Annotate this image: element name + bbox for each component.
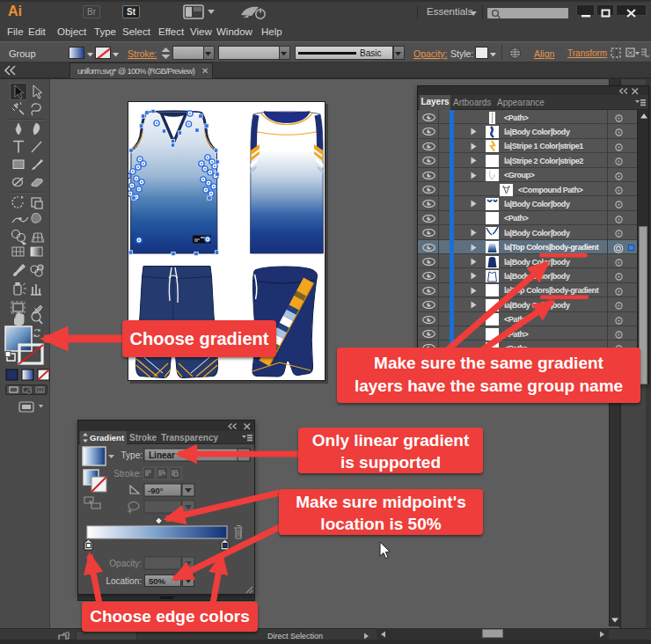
svg-text:Linear: Linear xyxy=(149,450,175,460)
svg-text:-90°: -90° xyxy=(148,486,164,495)
svg-text:Stroke:: Stroke: xyxy=(113,469,142,479)
svg-text:Type:: Type: xyxy=(121,450,143,460)
svg-text:Opacity:: Opacity: xyxy=(109,559,142,568)
